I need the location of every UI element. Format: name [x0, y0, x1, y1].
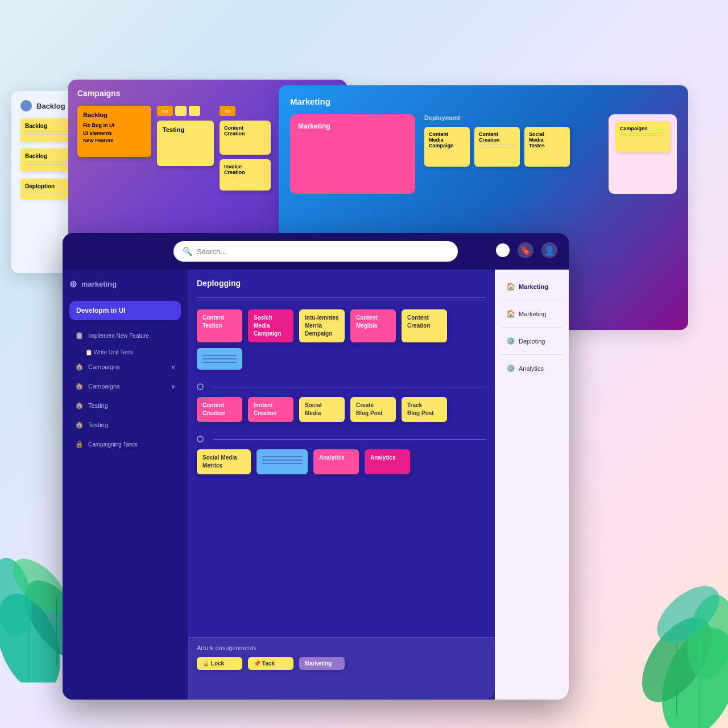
- sidebar-testing2-icon: 🏠: [75, 421, 84, 429]
- leaves-right-decoration: [597, 512, 728, 728]
- rs-gear-icon-2: ⚙️: [506, 364, 515, 373]
- swim-lane-2: ContentCreation InntentCreation SocialMe…: [197, 383, 486, 424]
- board-area: Deplogging ContentTestion SosichMediaCam…: [188, 270, 495, 700]
- search-icon: 🔍: [183, 247, 192, 256]
- avatar: [20, 100, 32, 111]
- sidebar-lock-icon: 🔒: [75, 440, 84, 448]
- rs-gear-icon-1: ⚙️: [506, 337, 515, 345]
- card-social-media-campaign[interactable]: SosichMediaCampaign: [248, 309, 293, 342]
- rs-item-marketing-1[interactable]: 🏠 Marketing: [502, 276, 562, 296]
- card-content-megibia[interactable]: ContentMegibia: [350, 309, 396, 342]
- sidebar-sub-tests[interactable]: 📋 Write Unit Tests: [69, 346, 181, 358]
- lane-dot-2: [197, 383, 204, 390]
- bottom-panel-title: Arturk onsugenments: [197, 644, 486, 651]
- bottom-card-tack[interactable]: 📌 Tack: [248, 657, 293, 670]
- sidebar-campaigns1-arrow: ∨: [171, 364, 175, 370]
- bottom-card-lock[interactable]: 🔒 Lock: [197, 657, 242, 670]
- marketing-bg-title: Marketing: [290, 97, 677, 106]
- sidebar-campaigns2-icon: 🏠: [75, 382, 84, 390]
- card-content-testion[interactable]: ContentTestion: [197, 309, 242, 342]
- card-lines-1[interactable]: [197, 348, 242, 370]
- card-track-blog[interactable]: TrackBlog Post: [402, 397, 447, 422]
- rs-divider-2: [502, 327, 562, 328]
- campaigns-sticky-content-creation: ContentCreation: [220, 121, 271, 155]
- card-inntent-creation[interactable]: InntentCreation: [248, 397, 293, 422]
- rs-item-analytics[interactable]: ⚙️ Analytics: [502, 358, 562, 378]
- sidebar-tests-icon: 📋: [85, 349, 92, 355]
- mkt-sticky-3: SocialMediaTastes: [524, 127, 570, 167]
- sidebar-campaigns2-arrow: ∨: [171, 383, 175, 390]
- swim-lane-1: ContentTestion SosichMediaCampaign Intu-…: [197, 297, 486, 372]
- rs-item-deploting[interactable]: ⚙️ Deploting: [502, 331, 562, 351]
- sidebar-campaigns1-icon: 🏠: [75, 363, 84, 371]
- sidebar-item-implement[interactable]: 📋 Implement New Feature: [69, 327, 181, 344]
- bottom-cards-row: 🔒 Lock 📌 Tack Marketing: [197, 657, 486, 670]
- sidebar-testing1-icon: 🏠: [75, 402, 84, 410]
- rs-item-marketing-2[interactable]: 🏠 Marketing: [502, 304, 562, 324]
- bookmark-icon[interactable]: 🔖: [518, 242, 533, 258]
- mkt-sticky-1: ContentMediaCampaign: [424, 127, 470, 167]
- rs-divider-1: [502, 300, 562, 300]
- sidebar-header: ⊕ marketing: [69, 279, 181, 289]
- sidebar-item-campaigning[interactable]: 🔒 Campaigning Tascs: [69, 436, 181, 453]
- lock-icon: 🔒: [202, 660, 209, 667]
- main-sidebar: ⊕ marketing Developm in UI 📋 Implement N…: [63, 270, 188, 700]
- sidebar-item-testing1[interactable]: 🏠 Testing: [69, 397, 181, 414]
- card-social-media-metrics[interactable]: Social MediaMetrics: [197, 449, 251, 474]
- sidebar-implement-icon: 📋: [75, 332, 84, 340]
- bottom-panel: Arturk onsugenments 🔒 Lock 📌 Tack Market…: [188, 637, 495, 700]
- campaigns-sticky-testing: Testing: [157, 121, 214, 166]
- plus-icon[interactable]: ⊕: [69, 279, 77, 289]
- card-social-media[interactable]: SocialMedia: [299, 397, 345, 422]
- card-content-creation-2[interactable]: ContentCreation: [197, 397, 242, 422]
- card-lines-2[interactable]: [257, 449, 308, 474]
- sidebar-item-campaigns1[interactable]: 🏠 Campaigns ∨: [69, 358, 181, 375]
- search-bar[interactable]: 🔍: [173, 241, 458, 262]
- card-intu-lemntes[interactable]: Intu-lemntesMerriaDempaign: [299, 309, 345, 342]
- main-window: 🔍 🔖 👤 ⊕ marketing Developm in UI 📋 Imple…: [63, 233, 569, 700]
- card-content-creation-1[interactable]: ContentCreation: [402, 309, 447, 342]
- sidebar-item-testing2[interactable]: 🏠 Testing: [69, 416, 181, 433]
- circle-icon[interactable]: [496, 243, 510, 257]
- rs-divider-3: [502, 354, 562, 355]
- sidebar-active-item[interactable]: Developm in UI: [69, 301, 181, 320]
- card-analytics-1[interactable]: Analytics: [313, 449, 359, 474]
- lane-dot-3: [197, 436, 204, 442]
- sidebar-item-campaigns2[interactable]: 🏠 Campaigns ∨: [69, 378, 181, 395]
- user-icon[interactable]: 👤: [541, 242, 557, 258]
- right-sidebar: 🏠 Marketing 🏠 Marketing ⚙️ Deploting ⚙️ …: [495, 270, 569, 700]
- mkt-sticky-2: ContentCreation: [474, 127, 520, 167]
- card-analytics-2[interactable]: Analytics: [365, 449, 410, 474]
- campaigns-sticky-invoice: InvoiceCreation: [220, 159, 271, 191]
- rs-home-icon-2: 🏠: [506, 309, 515, 318]
- campaigns-sticky-backlog: Backlog Fix Bug in UIUI elementsNew Feat…: [77, 106, 151, 157]
- card-create-blog[interactable]: CreateBlog Post: [350, 397, 396, 422]
- board-title: Deplogging: [197, 279, 486, 288]
- rs-home-icon-1: 🏠: [506, 282, 515, 291]
- swim-lane-3: Social MediaMetrics Analytics Analytics: [197, 436, 486, 477]
- search-input[interactable]: [197, 247, 449, 256]
- bottom-card-marketing[interactable]: Marketing: [299, 657, 345, 670]
- tack-icon: 📌: [254, 660, 260, 667]
